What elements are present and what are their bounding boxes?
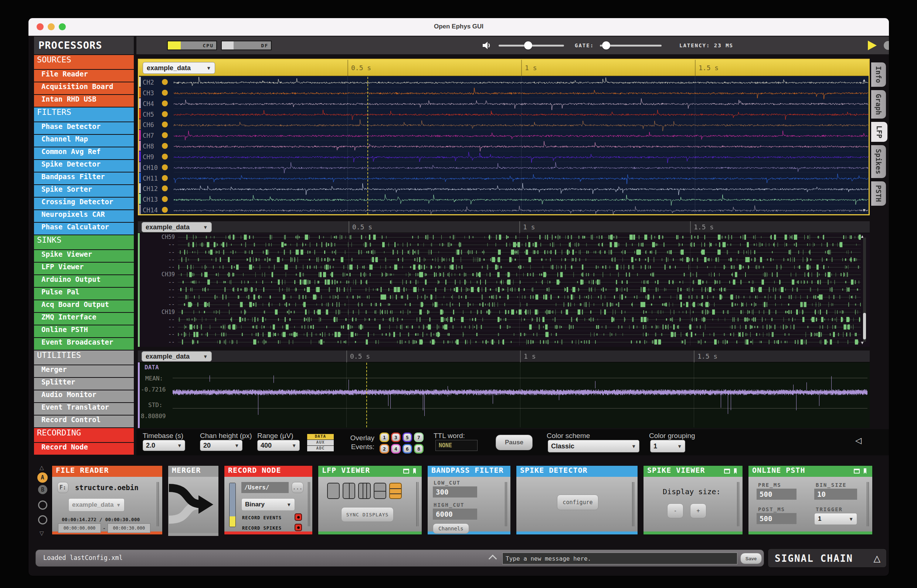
sidebar-item-zmq-interface[interactable]: ZMQ Interface bbox=[34, 313, 134, 325]
open-window-icon[interactable] bbox=[403, 469, 409, 473]
drag-handle[interactable] bbox=[308, 482, 310, 526]
event-channel-button-8[interactable]: 8 bbox=[414, 444, 424, 454]
signal-tab-data[interactable]: DATA bbox=[307, 434, 334, 439]
audio-monitor-button[interactable] bbox=[162, 100, 168, 107]
event-channel-button-4[interactable]: 4 bbox=[391, 444, 401, 454]
expand-chain-icon[interactable]: △ bbox=[874, 553, 880, 564]
audio-monitor-button[interactable] bbox=[162, 153, 168, 160]
gate-slider[interactable] bbox=[600, 45, 662, 47]
audio-monitor-button[interactable] bbox=[162, 143, 168, 149]
sidebar-item-audio-monitor[interactable]: Audio Monitor bbox=[34, 390, 134, 402]
message-input[interactable] bbox=[502, 552, 737, 564]
sidebar-section-sources[interactable]: SOURCES bbox=[34, 55, 134, 69]
sidebar-item-bandpass-filter[interactable]: Bandpass Filter bbox=[34, 173, 134, 184]
scroll-up-icon[interactable]: ▲ bbox=[862, 78, 866, 83]
chain-tab-a[interactable]: A bbox=[37, 472, 48, 483]
open-tab-icon[interactable] bbox=[413, 468, 416, 474]
sidebar-item-record-control[interactable]: Record Control bbox=[34, 415, 134, 427]
module-bandpass-filter[interactable]: BANDPASS FILTER LOW_CUT 300 HIGH_CUT 600… bbox=[427, 465, 511, 535]
speaker-icon[interactable] bbox=[482, 41, 491, 50]
drag-handle[interactable] bbox=[867, 482, 869, 526]
sync-displays-button[interactable]: SYNC DISPLAYS bbox=[341, 507, 394, 522]
range-dropdown[interactable]: 400 ▼ bbox=[257, 440, 300, 451]
audio-monitor-button[interactable] bbox=[162, 196, 168, 202]
signal-tab-adc[interactable]: ADC bbox=[307, 446, 334, 451]
layout-button-3[interactable] bbox=[358, 483, 371, 499]
open-window-icon[interactable] bbox=[724, 469, 730, 473]
spike-raster-display[interactable]: example_data ▼ ▲ ▼ 0.5 s1 s1.5 sCH59----… bbox=[138, 221, 870, 347]
sidebar-item-splitter[interactable]: Splitter bbox=[34, 378, 134, 390]
module-header[interactable]: MERGER bbox=[168, 466, 219, 477]
play-button[interactable] bbox=[868, 40, 877, 50]
tab-lfp[interactable]: LFP bbox=[871, 122, 888, 142]
volume-slider[interactable] bbox=[499, 45, 564, 47]
timebase-dropdown[interactable]: 2.0 ▼ bbox=[143, 440, 185, 451]
drag-handle[interactable] bbox=[505, 482, 507, 526]
sidebar-item-event-broadcaster[interactable]: Event Broadcaster bbox=[34, 338, 134, 350]
chain-up-icon[interactable]: △ bbox=[40, 464, 44, 471]
drag-handle[interactable] bbox=[737, 482, 739, 526]
sidebar-item-pulse-pal[interactable]: Pulse Pal bbox=[34, 288, 134, 300]
record-events-toggle[interactable] bbox=[295, 514, 302, 521]
sidebar-item-arduino-output[interactable]: Arduino Output bbox=[34, 275, 134, 287]
chain-tab-empty[interactable] bbox=[38, 515, 47, 525]
sidebar-item-acquisition-board[interactable]: Acquisition Board bbox=[34, 82, 134, 94]
event-channel-button-5[interactable]: 5 bbox=[402, 433, 412, 442]
chain-tab-b[interactable]: B bbox=[38, 485, 47, 494]
module-spike-viewer[interactable]: SPIKE VIEWER Display size: - + bbox=[643, 465, 743, 535]
file-stream-dropdown[interactable]: example_data ▼ bbox=[68, 498, 125, 512]
scroll-down-icon[interactable]: ▼ bbox=[862, 208, 866, 213]
audio-monitor-button[interactable] bbox=[162, 175, 168, 181]
module-merger[interactable]: MERGER bbox=[168, 465, 219, 535]
record-spikes-toggle[interactable] bbox=[295, 524, 302, 531]
low-cut-field[interactable]: 300 bbox=[433, 486, 477, 498]
gate-slider-thumb[interactable] bbox=[602, 41, 610, 50]
audio-monitor-button[interactable] bbox=[162, 132, 168, 138]
volume-slider-thumb[interactable] bbox=[524, 41, 532, 50]
sidebar-item-neuropixels-car[interactable]: Neuropixels CAR bbox=[34, 210, 134, 222]
chevron-up-icon[interactable] bbox=[489, 555, 497, 563]
event-channel-button-3[interactable]: 3 bbox=[391, 433, 401, 442]
file-select-button[interactable]: F: bbox=[57, 482, 68, 493]
record-path-field[interactable]: /Users/ bbox=[241, 482, 289, 493]
module-online-psth[interactable]: ONLINE PSTH PRE_MS 500 BIN_SIZE 10 POST_… bbox=[748, 465, 873, 535]
configure-button[interactable]: configure bbox=[557, 494, 598, 510]
record-engine-dropdown[interactable]: Binary ▼ bbox=[241, 498, 295, 511]
stats-source-dropdown[interactable]: example_data ▼ bbox=[141, 351, 212, 362]
sidebar-section-sinks[interactable]: SINKS bbox=[34, 235, 134, 249]
tab-info[interactable]: Info bbox=[871, 62, 886, 87]
sidebar-item-lfp-viewer[interactable]: LFP Viewer bbox=[34, 263, 134, 275]
audio-monitor-button[interactable] bbox=[162, 121, 168, 128]
module-header[interactable]: SPIKE VIEWER bbox=[643, 466, 742, 477]
signal-tab-aux[interactable]: AUX bbox=[307, 440, 334, 446]
layout-button-2[interactable] bbox=[343, 483, 355, 499]
sidebar-item-phase-calculator[interactable]: Phase Calculator bbox=[34, 223, 134, 234]
sidebar-item-spike-sorter[interactable]: Spike Sorter bbox=[34, 185, 134, 197]
save-button[interactable]: Save bbox=[740, 553, 762, 564]
drag-handle[interactable] bbox=[632, 482, 634, 526]
module-lfp-viewer[interactable]: LFP VIEWER SYNC DISPLAYS bbox=[318, 465, 422, 535]
module-header[interactable]: BANDPASS FILTER bbox=[428, 466, 510, 477]
browse-button[interactable]: ... bbox=[292, 482, 303, 493]
sidebar-item-crossing-detector[interactable]: Crossing Detector bbox=[34, 198, 134, 209]
module-header[interactable]: SPIKE DETECTOR bbox=[516, 466, 638, 477]
high-cut-field[interactable]: 6000 bbox=[433, 509, 477, 520]
tab-psth[interactable]: PSTH bbox=[871, 181, 886, 206]
signal-chain-bar[interactable]: SIGNAL CHAIN △ bbox=[768, 548, 887, 568]
sidebar-item-online-psth[interactable]: Online PSTH bbox=[34, 325, 134, 337]
module-header[interactable]: LFP VIEWER bbox=[318, 466, 422, 477]
record-button[interactable] bbox=[884, 41, 889, 50]
event-channel-button-6[interactable]: 6 bbox=[402, 444, 412, 454]
chain-down-icon[interactable]: ▽ bbox=[40, 530, 44, 537]
sidebar-section-filters[interactable]: FILTERS bbox=[34, 107, 134, 121]
module-header[interactable]: RECORD NODE bbox=[224, 466, 312, 477]
audio-monitor-button[interactable] bbox=[162, 186, 168, 191]
sidebar-item-spike-viewer[interactable]: Spike Viewer bbox=[34, 250, 134, 262]
module-record-node[interactable]: RECORD NODE /Users/ ... Binary ▼ RECORD … bbox=[224, 465, 313, 535]
scroll-down-icon[interactable]: ▼ bbox=[860, 340, 865, 345]
drag-handle[interactable] bbox=[157, 482, 159, 526]
audio-monitor-button[interactable] bbox=[162, 207, 168, 213]
lfp-display[interactable]: example_data ▼ ▲ ▼ 0.5 s1 s1.5 sCH2CH3CH… bbox=[138, 59, 870, 215]
sidebar-section-utilities[interactable]: UTILITIES bbox=[34, 351, 134, 365]
module-header[interactable]: ONLINE PSTH bbox=[749, 466, 872, 477]
